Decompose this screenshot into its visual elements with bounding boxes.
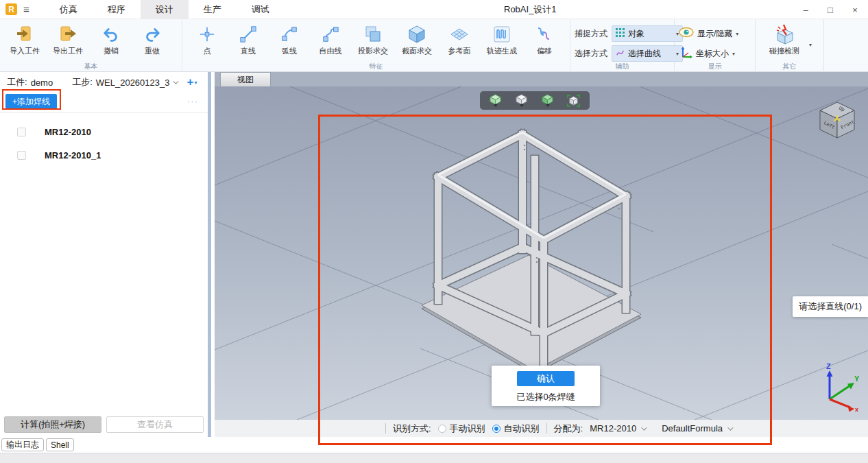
tab-program[interactable]: 程序 <box>93 0 141 19</box>
offset-icon <box>535 24 554 45</box>
view-fit-button[interactable] <box>565 93 583 109</box>
separator <box>385 423 386 434</box>
ribbon-group-label-basic: 基本 <box>0 62 182 71</box>
title-bar: R ≡ 仿真 程序 设计 生产 调试 RobAI_设计1 – □ × <box>0 0 868 19</box>
point-icon <box>198 24 216 45</box>
axis-y-label: Y <box>854 375 860 383</box>
export-icon <box>58 24 77 45</box>
section-intersect-button[interactable]: 截面求交 <box>395 23 439 56</box>
radio-checked-icon[interactable] <box>492 425 501 433</box>
menu-icon[interactable]: ≡ <box>23 4 29 14</box>
radio-unchecked-icon[interactable] <box>438 425 446 433</box>
weld-name: MR12-2010 <box>45 127 91 137</box>
line-icon <box>239 24 257 45</box>
tab-debug[interactable]: 调试 <box>237 0 285 19</box>
freeline-tool-button[interactable]: 自由线 <box>310 23 351 56</box>
maximize-button[interactable]: □ <box>823 5 838 15</box>
show-hide-button[interactable]: 显示/隐藏 ▾ <box>679 25 738 42</box>
bottom-tab-row: 输出日志 Shell <box>0 437 868 453</box>
more-options-icon[interactable]: ··· <box>187 96 198 106</box>
tab-simulation[interactable]: 仿真 <box>45 0 93 19</box>
step-label: 工步: <box>72 76 93 88</box>
checkbox[interactable] <box>17 128 26 136</box>
view-cube[interactable]: Up Left Front <box>815 97 860 145</box>
step-dropdown[interactable]: WEL_20260123_3 <box>96 78 170 88</box>
confirm-button[interactable]: 确认 <box>517 371 575 386</box>
redo-button[interactable]: 重做 <box>132 23 173 56</box>
arc-icon <box>280 24 298 45</box>
selection-hint: 请选择直线(0/1) <box>793 296 868 317</box>
import-icon <box>15 24 34 45</box>
list-item[interactable]: MR12-2010_1 <box>0 147 208 163</box>
list-item[interactable]: MR12-2010 <box>0 124 208 139</box>
curve-select-icon <box>616 47 625 60</box>
chevron-down-icon[interactable] <box>173 78 179 84</box>
weld-name: MR12-2010_1 <box>45 150 101 161</box>
view-shaded-button[interactable] <box>487 93 505 109</box>
point-tool-button[interactable]: 点 <box>186 23 228 56</box>
chevron-down-icon <box>727 425 733 430</box>
tab-production[interactable]: 生产 <box>189 0 237 19</box>
solid-green-cube-icon <box>542 94 553 105</box>
chevron-down-icon <box>641 425 647 430</box>
menu-tabs: 仿真 程序 设计 生产 调试 <box>45 0 285 19</box>
recognition-bar: 识别方式: 手动识别 自动识别 分配为: MR12-2010 DefaultFo… <box>215 420 868 437</box>
tab-output-log[interactable]: 输出日志 <box>1 438 44 451</box>
reference-plane-button[interactable]: 参考面 <box>439 23 480 56</box>
add-step-dropdown-icon[interactable]: ▾ <box>194 80 197 86</box>
select-mode-dropdown[interactable]: 选择曲线 ▾ <box>612 45 683 62</box>
auto-recognition-option[interactable]: 自动识别 <box>492 423 540 435</box>
ribbon-group-label-other: 其它 <box>756 62 823 71</box>
ribbon-group-label-display: 显示 <box>675 62 755 71</box>
ribbon-group-label-feature: 特征 <box>182 62 570 71</box>
tab-design[interactable]: 设计 <box>141 0 189 19</box>
ribbon-group-basic: 导入工件 导出工件 撤销 重做 基本 <box>0 19 182 72</box>
projection-icon <box>363 24 383 45</box>
axis-size-icon <box>679 45 692 62</box>
view-solid-button[interactable] <box>539 93 557 109</box>
view-simulation-button[interactable]: 查看仿真 <box>106 416 204 433</box>
collision-icon <box>773 24 795 45</box>
ribbon-group-display: 显示/隐藏 ▾ 坐标大小 ▾ 显示 <box>675 19 756 72</box>
manual-recognition-option[interactable]: 手动识别 <box>438 423 485 435</box>
line-tool-button[interactable]: 直线 <box>228 23 269 56</box>
add-step-button[interactable]: + <box>186 75 193 89</box>
window-controls: – □ × <box>798 0 863 19</box>
export-workpiece-button[interactable]: 导出工件 <box>45 23 91 56</box>
ribbon-group-other: 碰撞检测 ▾ 其它 <box>756 19 824 72</box>
axis-size-button[interactable]: 坐标大小 ▾ <box>679 45 738 62</box>
shaded-cube-icon <box>490 94 501 105</box>
calculate-button[interactable]: 计算(拍照+焊接) <box>4 416 101 433</box>
app-logo-icon: R <box>5 3 17 15</box>
undo-button[interactable]: 撤销 <box>91 23 132 56</box>
offset-button[interactable]: 偏移 <box>524 23 565 56</box>
freeline-icon <box>322 24 339 45</box>
checkbox[interactable] <box>17 151 26 160</box>
tab-view[interactable]: 视图 <box>220 72 271 86</box>
white-cube-icon <box>516 94 527 105</box>
projection-intersect-button[interactable]: 投影求交 <box>351 23 395 56</box>
chevron-down-icon <box>520 104 524 107</box>
tab-shell[interactable]: Shell <box>46 438 74 451</box>
arc-tool-button[interactable]: 弧线 <box>269 23 310 56</box>
trajectory-generate-button[interactable]: 轨迹生成 <box>480 23 524 56</box>
assign-target-dropdown[interactable]: MR12-2010 <box>590 423 645 434</box>
close-button[interactable]: × <box>847 5 863 15</box>
add-weld-line-button[interactable]: +添加焊线 <box>5 94 57 109</box>
ribbon-group-feature: 点 直线 弧线 自由线 投影求交 截面求交 参考面 轨迹生成 <box>182 19 570 72</box>
formula-dropdown[interactable]: DefaultFormula <box>662 423 732 434</box>
chevron-down-icon <box>546 104 550 107</box>
view-wireframe-button[interactable] <box>513 93 531 109</box>
view-mode-toolbar <box>480 91 590 110</box>
snap-mode-dropdown[interactable]: 对象 ▾ <box>612 25 683 42</box>
eye-icon <box>679 27 694 40</box>
assign-to-label: 分配为: <box>554 423 583 435</box>
import-workpiece-button[interactable]: 导入工件 <box>4 23 45 56</box>
collision-detect-button[interactable]: 碰撞检测 <box>760 23 809 56</box>
chevron-down-icon[interactable]: ▾ <box>809 42 812 48</box>
weld-list: MR12-2010 MR12-2010_1 <box>0 124 208 163</box>
undo-icon <box>102 24 120 45</box>
viewport-3d[interactable]: Up Left Front 请选择直线(0/1) 确认 已选择0条焊缝 <box>215 86 868 420</box>
minimize-button[interactable]: – <box>798 5 813 15</box>
viewport-tabstrip: 视图 <box>215 72 868 86</box>
